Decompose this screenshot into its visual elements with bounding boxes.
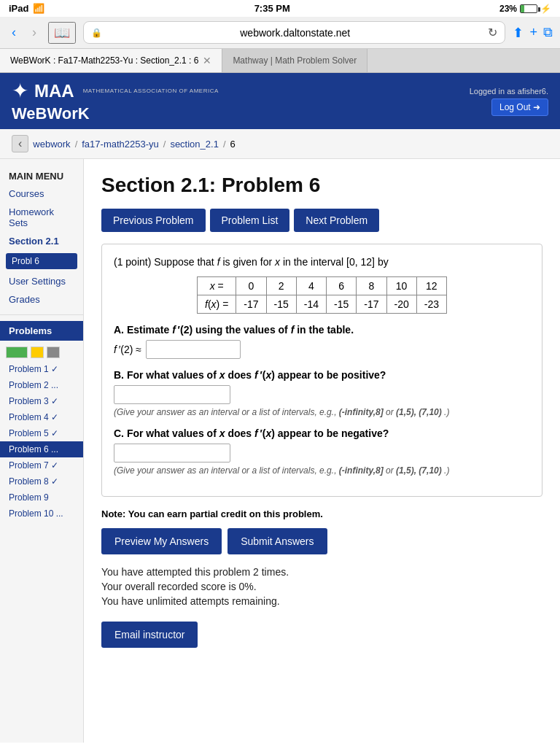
problem-box: (1 point) Suppose that f is given for x … bbox=[101, 244, 542, 497]
progress-bar bbox=[0, 344, 83, 361]
table-f-2: -15 bbox=[266, 295, 296, 314]
tab-mathway-label: Mathway | Math Problem Solver bbox=[233, 55, 357, 66]
table-f-0: -17 bbox=[236, 295, 266, 314]
sidebar: MAIN MENU Courses Homework Sets Section … bbox=[0, 159, 84, 743]
progress-gray bbox=[47, 347, 60, 358]
math-table: x = 0 2 4 6 8 10 12 f(x) = -17 -15 -14 -… bbox=[197, 276, 447, 314]
bookmark-button[interactable]: 📖 bbox=[48, 22, 76, 44]
part-a-approx-label: f ′(2) ≈ bbox=[114, 344, 141, 355]
tab-webwork-label: WeBWorK : Fa17-Math2253-Yu : Section_2.1… bbox=[10, 55, 198, 66]
part-c-label: C. For what values of x does f ′(x) appe… bbox=[114, 427, 530, 439]
browser-actions: ⬆ + ⧉ bbox=[513, 25, 553, 41]
share-button[interactable]: ⬆ bbox=[513, 25, 524, 41]
tabs-button[interactable]: ⧉ bbox=[543, 25, 553, 40]
app-header: ✦ MAA Mathematical Association of Americ… bbox=[0, 73, 560, 129]
logged-in-text: Logged in as afisher6. bbox=[470, 87, 548, 96]
table-x-2: 2 bbox=[266, 277, 296, 295]
battery-percent: 23% bbox=[499, 4, 517, 14]
problem-list-button[interactable]: Problem List bbox=[210, 209, 290, 232]
logout-button[interactable]: Log Out ➜ bbox=[491, 98, 548, 116]
part-b-input[interactable] bbox=[114, 385, 230, 404]
breadcrumb-back-button[interactable]: ‹ bbox=[12, 135, 28, 152]
tab-close-icon[interactable]: ✕ bbox=[203, 55, 211, 66]
star-icon: ✦ bbox=[12, 79, 28, 103]
new-tab-button[interactable]: + bbox=[529, 25, 537, 40]
sidebar-problem-7[interactable]: Problem 7 ✓ bbox=[0, 457, 83, 473]
table-header-x: x = bbox=[198, 277, 236, 295]
breadcrumb-course[interactable]: fa17-math2253-yu bbox=[82, 139, 159, 150]
submit-button[interactable]: Submit Answers bbox=[228, 528, 327, 554]
sidebar-problem-8[interactable]: Problem 8 ✓ bbox=[0, 473, 83, 489]
sidebar-current-problem[interactable]: Probl 6 bbox=[6, 253, 77, 269]
main-menu-title: MAIN MENU bbox=[0, 168, 83, 185]
sidebar-homework-sets[interactable]: Homework Sets bbox=[0, 203, 83, 232]
sidebar-problem-10[interactable]: Problem 10 ... bbox=[0, 506, 83, 522]
table-x-8: 8 bbox=[357, 277, 386, 295]
table-x-6: 6 bbox=[327, 277, 357, 295]
table-header-fx: f(x) = bbox=[198, 295, 236, 314]
problem-nav-buttons: Previous Problem Problem List Next Probl… bbox=[101, 209, 542, 232]
attempt-info-3: You have unlimited attempts remaining. bbox=[101, 595, 542, 607]
preview-button[interactable]: Preview My Answers bbox=[101, 528, 222, 554]
prev-problem-button[interactable]: Previous Problem bbox=[101, 209, 206, 232]
sidebar-section-link[interactable]: Section 2.1 bbox=[0, 232, 83, 250]
attempt-info-2: Your overall recorded score is 0%. bbox=[101, 581, 542, 592]
sidebar-problem-6[interactable]: Problem 6 ... bbox=[0, 441, 83, 457]
back-button[interactable]: ‹ bbox=[7, 23, 20, 42]
sidebar-problem-5[interactable]: Problem 5 ✓ bbox=[0, 425, 83, 441]
table-f-8: -17 bbox=[357, 295, 386, 314]
attempt-info-1: You have attempted this problem 2 times. bbox=[101, 566, 542, 578]
main-layout: MAIN MENU Courses Homework Sets Section … bbox=[0, 159, 560, 743]
part-a-input[interactable] bbox=[146, 340, 241, 359]
part-b-hint: (Give your answer as an interval or a li… bbox=[114, 407, 530, 417]
lock-icon: 🔒 bbox=[91, 28, 102, 38]
sidebar-problem-9[interactable]: Problem 9 bbox=[0, 489, 83, 506]
note-text: Note: You can earn partial credit on thi… bbox=[101, 508, 542, 519]
sidebar-user-settings[interactable]: User Settings bbox=[0, 272, 83, 290]
logo-area: ✦ MAA Mathematical Association of Americ… bbox=[12, 79, 219, 123]
part-c-input[interactable] bbox=[114, 444, 230, 462]
reload-button[interactable]: ↻ bbox=[488, 26, 497, 39]
sidebar-grades[interactable]: Grades bbox=[0, 290, 83, 309]
sidebar-courses[interactable]: Courses bbox=[0, 185, 83, 203]
action-buttons: Preview My Answers Submit Answers bbox=[101, 528, 542, 554]
progress-yellow bbox=[31, 347, 44, 358]
table-f-6: -15 bbox=[327, 295, 357, 314]
email-instructor-button[interactable]: Email instructor bbox=[101, 622, 198, 648]
browser-chrome: ‹ › 📖 🔒 webwork.daltonstate.net ↻ ⬆ + ⧉ bbox=[0, 17, 560, 49]
wifi-icon: 📶 bbox=[33, 3, 44, 14]
progress-green bbox=[6, 347, 28, 358]
problem-intro: (1 point) Suppose that f is given for x … bbox=[114, 256, 530, 268]
header-right: Logged in as afisher6. Log Out ➜ bbox=[470, 87, 548, 116]
sidebar-problem-3[interactable]: Problem 3 ✓ bbox=[0, 393, 83, 409]
table-x-4: 4 bbox=[296, 277, 326, 295]
content-area: Section 2.1: Problem 6 Previous Problem … bbox=[84, 159, 560, 743]
note-content: You can earn partial credit on this prob… bbox=[128, 508, 323, 519]
forward-button[interactable]: › bbox=[28, 23, 41, 42]
sidebar-problem-2[interactable]: Problem 2 ... bbox=[0, 377, 83, 393]
browser-tabs: WeBWorK : Fa17-Math2253-Yu : Section_2.1… bbox=[0, 49, 560, 73]
time-display: 7:35 PM bbox=[254, 3, 290, 14]
part-a-label: A. Estimate f ′(2) using the values of f… bbox=[114, 324, 530, 336]
breadcrumb-problem: 6 bbox=[230, 139, 236, 150]
battery-icon bbox=[520, 4, 537, 13]
sidebar-problem-4[interactable]: Problem 4 ✓ bbox=[0, 409, 83, 425]
part-c-hint: (Give your answer as an interval or a li… bbox=[114, 465, 530, 476]
table-f-12: -23 bbox=[416, 295, 446, 314]
address-bar[interactable]: 🔒 webwork.daltonstate.net ↻ bbox=[83, 21, 505, 44]
table-x-10: 10 bbox=[386, 277, 416, 295]
breadcrumb-webwork[interactable]: webwork bbox=[33, 139, 70, 150]
table-f-4: -14 bbox=[296, 295, 326, 314]
maa-logo-text: MAA bbox=[34, 81, 74, 101]
url-text: webwork.daltonstate.net bbox=[106, 27, 483, 39]
device-label: iPad bbox=[9, 3, 28, 14]
next-problem-button[interactable]: Next Problem bbox=[294, 209, 379, 232]
tab-webwork[interactable]: WeBWorK : Fa17-Math2253-Yu : Section_2.1… bbox=[0, 49, 222, 72]
breadcrumb-bar: ‹ webwork / fa17-math2253-yu / section_2… bbox=[0, 129, 560, 159]
part-a-answer-row: f ′(2) ≈ bbox=[114, 340, 530, 359]
webwork-title: WeBWorK bbox=[12, 104, 219, 123]
lightning-icon: ⚡ bbox=[540, 4, 551, 14]
breadcrumb-section[interactable]: section_2.1 bbox=[170, 139, 219, 150]
sidebar-problem-1[interactable]: Problem 1 ✓ bbox=[0, 361, 83, 377]
tab-mathway[interactable]: Mathway | Math Problem Solver bbox=[222, 49, 368, 72]
